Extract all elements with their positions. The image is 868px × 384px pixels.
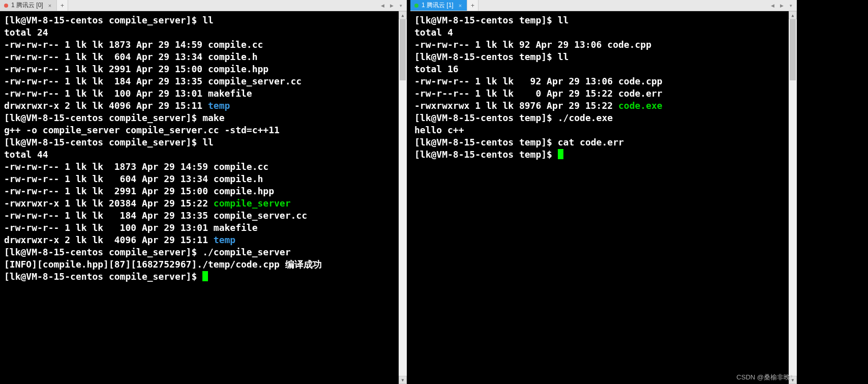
tab-add-button[interactable]: + (467, 0, 478, 11)
cursor-icon (202, 271, 208, 281)
terminal-right[interactable]: [lk@VM-8-15-centos temp]$ lltotal 4-rw-r… (410, 11, 797, 384)
tab-add-button[interactable]: + (57, 0, 68, 11)
terminal-line: -rwxrwxrwx 1 lk lk 8976 Apr 29 15:22 cod… (414, 100, 793, 112)
terminal-line: [lk@VM-8-15-centos temp]$ ll (414, 51, 793, 63)
scroll-down-icon[interactable]: ▼ (789, 376, 797, 384)
terminal-line: total 16 (414, 63, 793, 75)
terminal-line: hello c++ (414, 124, 793, 136)
scroll-up-icon[interactable]: ▲ (789, 11, 797, 19)
tab-label: 1 腾讯云 [0] (11, 1, 43, 10)
tab-left-0[interactable]: 1 腾讯云 [0] × (0, 0, 57, 11)
terminal-line: -rw-rw-r-- 1 lk lk 604 Apr 29 13:34 comp… (4, 51, 403, 63)
terminal-line: [lk@VM-8-15-centos compile_server]$ (4, 271, 403, 283)
terminal-line: [lk@VM-8-15-centos compile_server]$ ll (4, 136, 403, 149)
right-pane: 1 腾讯云 [1] × + ◀ ▶ ▾ [lk@VM-8-15-centos t… (410, 0, 797, 384)
terminal-line: -rw-rw-r-- 1 lk lk 92 Apr 29 13:06 code.… (414, 75, 793, 87)
tab-label: 1 腾讯云 [1] (422, 1, 454, 10)
tab-nav-controls: ◀ ▶ ▾ (376, 0, 407, 11)
tab-right-0[interactable]: 1 腾讯云 [1] × (410, 0, 467, 11)
terminal-left[interactable]: [lk@VM-8-15-centos compile_server]$ llto… (0, 11, 407, 384)
terminal-line: [lk@VM-8-15-centos compile_server]$ ll (4, 14, 403, 26)
left-pane: 1 腾讯云 [0] × + ◀ ▶ ▾ [lk@VM-8-15-centos c… (0, 0, 407, 384)
scrollbar-right[interactable]: ▲ ▼ (789, 11, 797, 384)
close-icon[interactable]: × (48, 3, 51, 9)
terminal-line: [lk@VM-8-15-centos temp]$ (414, 149, 793, 161)
scroll-thumb[interactable] (400, 19, 406, 80)
terminal-line: -rw-rw-r-- 1 lk lk 92 Apr 29 13:06 code.… (414, 39, 793, 51)
nav-left-icon[interactable]: ◀ (768, 2, 776, 10)
terminal-line: drwxrwxr-x 2 lk lk 4096 Apr 29 15:11 tem… (4, 100, 403, 112)
nav-dropdown-icon[interactable]: ▾ (397, 2, 405, 10)
tab-nav-controls: ◀ ▶ ▾ (766, 0, 797, 11)
nav-right-icon[interactable]: ▶ (387, 2, 396, 10)
nav-dropdown-icon[interactable]: ▾ (787, 2, 795, 10)
terminal-line: -rw-rw-r-- 1 lk lk 2991 Apr 29 15:00 com… (4, 185, 403, 197)
terminal-line: total 44 (4, 149, 403, 161)
terminal-line: [lk@VM-8-15-centos temp]$ ll (414, 14, 793, 26)
scroll-track[interactable] (399, 19, 407, 376)
terminal-line: total 4 (414, 26, 793, 39)
status-dot-icon (414, 4, 418, 8)
nav-right-icon[interactable]: ▶ (777, 2, 786, 10)
terminal-line: -rwxrwxr-x 1 lk lk 20384 Apr 29 15:22 co… (4, 197, 403, 210)
terminal-line: [lk@VM-8-15-centos temp]$ cat code.err (414, 136, 793, 149)
terminal-line: -rw-rw-r-- 1 lk lk 1873 Apr 29 14:59 com… (4, 39, 403, 51)
terminal-line: total 24 (4, 26, 403, 39)
terminal-line: -rw-rw-r-- 1 lk lk 100 Apr 29 13:01 make… (4, 87, 403, 100)
scroll-down-icon[interactable]: ▼ (399, 376, 407, 384)
tab-bar-right: 1 腾讯云 [1] × + ◀ ▶ ▾ (410, 0, 797, 11)
scroll-up-icon[interactable]: ▲ (399, 11, 407, 19)
scroll-thumb[interactable] (790, 19, 796, 80)
terminal-line: -rw-rw-r-- 1 lk lk 184 Apr 29 13:35 comp… (4, 210, 403, 222)
terminal-line: -rw-rw-r-- 1 lk lk 1873 Apr 29 14:59 com… (4, 161, 403, 173)
terminal-line: [INFO][compile.hpp][87][1682752967]./tem… (4, 258, 403, 271)
terminal-line: -rw-r--r-- 1 lk lk 0 Apr 29 15:22 code.e… (414, 87, 793, 100)
terminal-line: -rw-rw-r-- 1 lk lk 184 Apr 29 13:35 comp… (4, 75, 403, 87)
tab-bar-left: 1 腾讯云 [0] × + ◀ ▶ ▾ (0, 0, 407, 11)
status-dot-icon (4, 4, 8, 8)
terminal-line: [lk@VM-8-15-centos temp]$ ./code.exe (414, 112, 793, 124)
nav-left-icon[interactable]: ◀ (378, 2, 386, 10)
cursor-icon (558, 149, 563, 159)
scrollbar-left[interactable]: ▲ ▼ (399, 11, 407, 384)
terminal-line: drwxrwxr-x 2 lk lk 4096 Apr 29 15:11 tem… (4, 234, 403, 246)
close-icon[interactable]: × (459, 3, 462, 9)
pane-divider[interactable] (407, 0, 410, 384)
terminal-line: [lk@VM-8-15-centos compile_server]$ make (4, 112, 403, 124)
terminal-line: -rw-rw-r-- 1 lk lk 2991 Apr 29 15:00 com… (4, 63, 403, 75)
terminal-line: -rw-rw-r-- 1 lk lk 100 Apr 29 13:01 make… (4, 222, 403, 234)
scroll-track[interactable] (789, 19, 797, 376)
terminal-line: [lk@VM-8-15-centos compile_server]$ ./co… (4, 246, 403, 258)
terminal-line: g++ -o compile_server compile_server.cc … (4, 124, 403, 136)
terminal-line: -rw-rw-r-- 1 lk lk 604 Apr 29 13:34 comp… (4, 173, 403, 185)
